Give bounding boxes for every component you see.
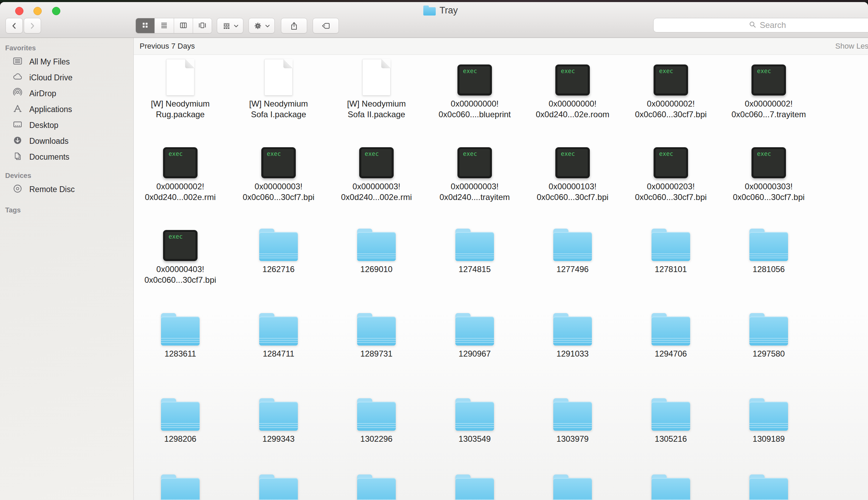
share-button[interactable] xyxy=(281,18,307,33)
folder-icon xyxy=(749,313,788,346)
exec-badge: exec xyxy=(267,150,281,157)
file-folder[interactable]: 1284711 xyxy=(230,306,327,359)
file-exec[interactable]: exec0x00000303!0x0c060...30cf7.bpi xyxy=(720,139,818,202)
exec-icon: exec xyxy=(751,147,786,178)
folder-icon xyxy=(455,313,494,346)
file-folder[interactable] xyxy=(230,468,327,500)
exec-badge: exec xyxy=(757,150,771,157)
file-name: [W] NeodymiumRug.package xyxy=(151,98,210,120)
list-view-button[interactable] xyxy=(155,18,174,33)
file-exec[interactable]: exec0x00000003!0x0c060...30cf7.bpi xyxy=(230,139,327,202)
file-folder[interactable]: 1277496 xyxy=(524,222,622,274)
forward-button[interactable] xyxy=(24,18,41,33)
file-exec[interactable]: exec0x00000103!0x0c060...30cf7.bpi xyxy=(524,139,622,202)
exec-icon: exec xyxy=(359,147,394,178)
document-icon xyxy=(166,59,194,96)
file-exec[interactable]: exec0x00000003!0x0d240...002e.rmi xyxy=(327,139,425,202)
back-button[interactable] xyxy=(6,18,23,33)
exec-icon: exec xyxy=(457,147,492,178)
sidebar-item-airdrop[interactable]: AirDrop xyxy=(0,86,133,101)
folder-icon xyxy=(652,398,690,431)
window-title: Tray xyxy=(440,5,458,16)
file-folder[interactable] xyxy=(131,468,229,500)
sidebar-item-label: AirDrop xyxy=(29,89,56,98)
sidebar-section-tags: Tags xyxy=(0,204,133,216)
action-button[interactable] xyxy=(249,18,275,33)
search-input[interactable]: Search xyxy=(653,18,868,32)
exec-badge: exec xyxy=(561,68,575,74)
folder-icon xyxy=(357,313,396,346)
chevron-down-icon xyxy=(265,23,270,29)
zoom-button[interactable] xyxy=(52,7,60,15)
file-folder[interactable]: 1274815 xyxy=(426,222,524,274)
document-icon xyxy=(264,59,293,96)
file-exec[interactable]: exec0x00000403!0x0c060...30cf7.bpi xyxy=(131,222,229,285)
sidebar-item-label: iCloud Drive xyxy=(29,73,72,82)
file-package[interactable]: [W] NeodymiumSofa II.package xyxy=(327,56,425,120)
file-name: [W] NeodymiumSofa II.package xyxy=(347,98,406,120)
sidebar-item-remote-disc[interactable]: Remote Disc xyxy=(0,181,133,197)
gear-icon xyxy=(253,21,263,31)
folder-icon xyxy=(553,313,592,346)
screen: Tray Search FavoritesAll My FilesiCloud … xyxy=(0,0,868,500)
show-less-button[interactable]: Show Less xyxy=(835,38,868,54)
folder-icon xyxy=(652,229,690,261)
file-package[interactable]: [W] NeodymiumRug.package xyxy=(131,56,229,120)
file-folder[interactable]: 1294706 xyxy=(622,306,720,359)
grid-view-icon xyxy=(140,20,150,31)
file-folder[interactable]: 1305216 xyxy=(622,391,720,444)
file-package[interactable]: [W] NeodymiumSofa I.package xyxy=(230,56,327,120)
arrange-icon xyxy=(222,21,231,31)
desktop-icon xyxy=(12,119,23,131)
folder-icon xyxy=(455,398,494,431)
file-folder[interactable]: 1283611 xyxy=(131,306,229,359)
sidebar-item-icloud-drive[interactable]: iCloud Drive xyxy=(0,70,133,86)
file-exec[interactable]: exec0x00000203!0x0c060...30cf7.bpi xyxy=(622,139,720,202)
file-folder[interactable]: 1299343 xyxy=(230,391,327,444)
file-folder[interactable]: 1281056 xyxy=(720,222,818,274)
sidebar-item-applications[interactable]: Applications xyxy=(0,101,133,117)
file-exec[interactable]: exec0x00000000!0x0c060....blueprint xyxy=(426,56,524,120)
arrange-button[interactable] xyxy=(217,18,243,33)
tag-button[interactable] xyxy=(313,18,339,33)
sidebar-item-downloads[interactable]: Downloads xyxy=(0,133,133,149)
file-folder[interactable]: 1289731 xyxy=(327,306,425,359)
file-folder[interactable]: 1291033 xyxy=(524,306,622,359)
coverflow-view-button[interactable] xyxy=(193,18,212,33)
file-folder[interactable] xyxy=(524,468,622,500)
column-view-button[interactable] xyxy=(174,18,193,33)
file-exec[interactable]: exec0x00000002!0x0d240...002e.rmi xyxy=(131,139,229,202)
file-folder[interactable]: 1303549 xyxy=(426,391,524,444)
file-folder[interactable]: 1298206 xyxy=(131,391,229,444)
file-exec[interactable]: exec0x00000003!0x0d240....trayitem xyxy=(426,139,524,202)
file-exec[interactable]: exec0x00000002!0x0c060...30cf7.bpi xyxy=(622,56,720,120)
sidebar-item-label: Documents xyxy=(29,152,69,162)
file-folder[interactable]: 1269010 xyxy=(327,222,425,274)
remote-disc-icon xyxy=(12,183,23,196)
file-folder[interactable] xyxy=(720,468,818,500)
file-name: 1269010 xyxy=(360,264,392,274)
close-button[interactable] xyxy=(15,7,23,15)
window-toolbar: Tray Search xyxy=(0,2,868,38)
exec-badge: exec xyxy=(463,68,477,74)
file-folder[interactable]: 1262716 xyxy=(230,222,327,274)
file-folder[interactable] xyxy=(622,468,720,500)
minimize-button[interactable] xyxy=(33,7,42,15)
file-folder[interactable]: 1309189 xyxy=(720,391,818,444)
share-icon xyxy=(289,21,299,31)
folder-icon xyxy=(259,229,298,261)
sidebar-item-documents[interactable]: Documents xyxy=(0,149,133,165)
file-folder[interactable]: 1297580 xyxy=(720,306,818,359)
icon-view-button[interactable] xyxy=(136,18,155,33)
sidebar-item-desktop[interactable]: Desktop xyxy=(0,117,133,133)
file-folder[interactable] xyxy=(426,468,524,500)
file-folder[interactable]: 1303979 xyxy=(524,391,622,444)
file-folder[interactable]: 1278101 xyxy=(622,222,720,274)
sidebar-item-all-my-files[interactable]: All My Files xyxy=(0,54,133,70)
file-exec[interactable]: exec0x00000002!0x0c060...7.trayitem xyxy=(720,56,818,120)
file-folder[interactable] xyxy=(327,468,425,500)
file-folder[interactable]: 1302296 xyxy=(327,391,425,444)
file-exec[interactable]: exec0x00000000!0x0d240...02e.room xyxy=(524,56,622,120)
file-name: 0x00000002!0x0d240...002e.rmi xyxy=(145,181,215,202)
file-folder[interactable]: 1290967 xyxy=(426,306,524,359)
